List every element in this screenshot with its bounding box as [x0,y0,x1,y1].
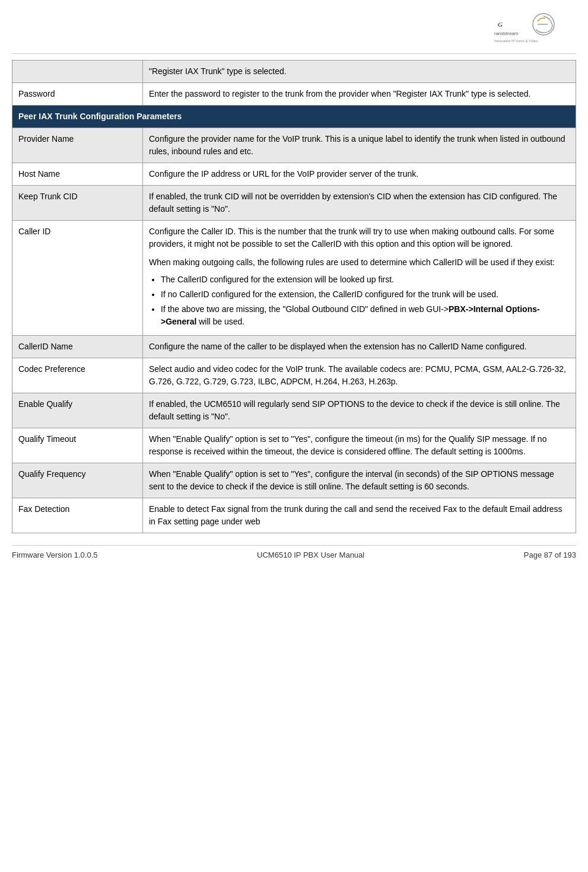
caller-id-bullets: The CallerID configured for the extensio… [161,273,570,328]
row-label-codec-preference: Codec Preference [12,358,143,393]
row-label-provider-name: Provider Name [12,128,143,163]
bullet-item-1: If no CallerID configured for the extens… [161,288,570,301]
row-label-keep-trunk-cid: Keep Trunk CID [12,186,143,221]
row-desc-qualify-frequency: When "Enable Qualify" option is set to "… [143,463,576,498]
table-row-enable-qualify: Enable QualifyIf enabled, the UCM6510 wi… [12,393,576,428]
row-desc-caller-id: Configure the Caller ID. This is the num… [143,221,576,336]
row-label-host-name: Host Name [12,163,143,186]
row-label-qualify-timeout: Qualify Timeout [12,428,143,463]
table-row-host-name: Host NameConfigure the IP address or URL… [12,163,576,186]
row-desc-register-iax-shaded: "Register IAX Trunk" type is selected. [143,61,576,83]
table-row-qualify-frequency: Qualify FrequencyWhen "Enable Qualify" o… [12,463,576,498]
row-desc-password: Enter the password to register to the tr… [143,83,576,106]
table-row-codec-preference: Codec PreferenceSelect audio and video c… [12,358,576,393]
section-header-peer-iax-header: Peer IAX Trunk Configuration Parameters [12,106,576,128]
table-row-fax-detection: Fax DetectionEnable to detect Fax signal… [12,498,576,533]
table-row-caller-id: Caller IDConfigure the Caller ID. This i… [12,221,576,336]
row-desc-enable-qualify: If enabled, the UCM6510 will regularly s… [143,393,576,428]
logo-area: G randstream Innovative IP Voice & Video [12,6,576,54]
bullet-item-2: If the above two are missing, the "Globa… [161,303,570,328]
table-row-password: PasswordEnter the password to register t… [12,83,576,106]
table-row-keep-trunk-cid: Keep Trunk CIDIf enabled, the trunk CID … [12,186,576,221]
table-row-qualify-timeout: Qualify TimeoutWhen "Enable Qualify" opt… [12,428,576,463]
row-desc-qualify-timeout: When "Enable Qualify" option is set to "… [143,428,576,463]
logo-box: G randstream Innovative IP Voice & Video [493,12,564,47]
caller-id-para1: Configure the Caller ID. This is the num… [149,225,570,250]
caller-id-para2: When making outgoing calls, the followin… [149,256,570,269]
row-desc-fax-detection: Enable to detect Fax signal from the tru… [143,498,576,533]
manual-title: UCM6510 IP PBX User Manual [257,550,364,559]
row-label-qualify-frequency: Qualify Frequency [12,463,143,498]
row-desc-keep-trunk-cid: If enabled, the trunk CID will not be ov… [143,186,576,221]
row-label-fax-detection: Fax Detection [12,498,143,533]
row-desc-provider-name: Configure the provider name for the VoIP… [143,128,576,163]
row-desc-codec-preference: Select audio and video codec for the VoI… [143,358,576,393]
table-row-register-iax-shaded: "Register IAX Trunk" type is selected. [12,61,576,83]
svg-text:randstream: randstream [494,31,519,36]
row-desc-callerid-name: Configure the name of the caller to be d… [143,336,576,358]
row-desc-host-name: Configure the IP address or URL for the … [143,163,576,186]
row-label-password: Password [12,83,143,106]
page-number: Page 87 of 193 [524,550,576,559]
firmware-version: Firmware Version 1.0.0.5 [12,550,98,559]
page-footer: Firmware Version 1.0.0.5 UCM6510 IP PBX … [12,545,576,559]
row-label-caller-id: Caller ID [12,221,143,336]
row-label-callerid-name: CallerID Name [12,336,143,358]
grandstream-logo: G randstream Innovative IP Voice & Video [493,12,564,47]
page-wrapper: G randstream Innovative IP Voice & Video… [0,0,588,571]
table-row-provider-name: Provider NameConfigure the provider name… [12,128,576,163]
table-row-peer-iax-header: Peer IAX Trunk Configuration Parameters [12,106,576,128]
main-table: "Register IAX Trunk" type is selected.Pa… [12,60,576,533]
bold-pbx-ref: PBX->Internal Options->General [161,304,540,326]
table-row-callerid-name: CallerID NameConfigure the name of the c… [12,336,576,358]
row-label-enable-qualify: Enable Qualify [12,393,143,428]
bullet-item-0: The CallerID configured for the extensio… [161,273,570,286]
svg-text:G: G [498,21,503,28]
row-label-register-iax-shaded [12,61,143,83]
svg-text:Innovative IP Voice & Video: Innovative IP Voice & Video [494,39,538,43]
